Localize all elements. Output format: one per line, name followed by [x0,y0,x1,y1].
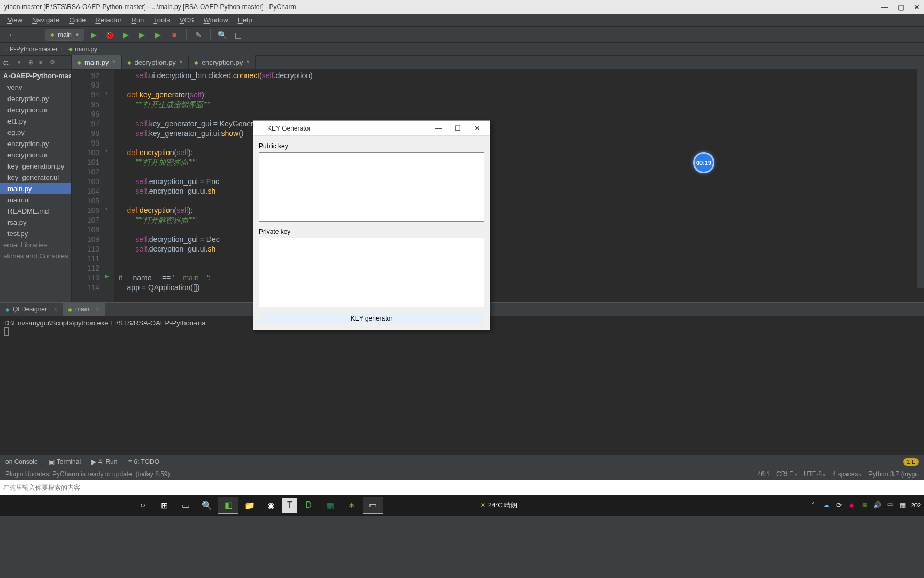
coverage-icon[interactable]: ▶ [120,28,133,41]
gear-icon[interactable]: ⚙ [50,59,57,66]
minimize-icon[interactable]: — [881,3,888,11]
menu-view[interactable]: View [3,15,27,25]
profile-icon[interactable]: ▶ [136,28,149,41]
structure-icon[interactable]: ▤ [232,28,245,41]
maximize-icon[interactable]: ☐ [448,124,467,132]
tray-up-icon[interactable]: ˄ [808,500,818,510]
tree-section[interactable]: atches and Consoles [0,250,71,262]
tool-6-todo[interactable]: ≡6: TODO [128,458,159,466]
status-python-3-7-mygu[interactable]: Python 3.7 (mygu [868,470,919,478]
tab-main-py[interactable]: ◆main.py× [72,55,122,69]
tree-item-key_generator-ui[interactable]: key_generator.ui [0,172,71,183]
tool-on-console[interactable]: on Console [5,458,38,466]
code-editor[interactable]: 92 93 94 95 96 97 98 99 100 101 102 103 … [72,70,924,302]
tree-item-ef1-py[interactable]: ef1.py [0,116,71,127]
event-log-badge[interactable]: 1 E [903,458,919,466]
close-tab-icon[interactable]: × [112,58,116,66]
os-search-bar[interactable] [0,480,924,495]
git-icon[interactable]: ✎ [192,28,205,41]
stop-icon[interactable]: ■ [168,28,181,41]
tree-item-key_generation-py[interactable]: key_generation.py [0,161,71,172]
breadcrumb-root[interactable]: EP-Python-master [5,45,58,53]
tree-item-README-md[interactable]: README.md [0,206,71,217]
right-scrollbar-gutter[interactable] [917,56,924,288]
wechat-icon[interactable]: ✶ [341,497,361,514]
timer-overlay[interactable]: 00:19 [693,152,714,173]
tray-cal-icon[interactable]: ▦ [898,500,908,510]
breadcrumb-file[interactable]: main.py [75,45,97,53]
cortana-icon[interactable]: ○ [133,497,153,514]
status-crlf[interactable]: CRLF [776,470,797,478]
tree-item-main-ui[interactable]: main.ui [0,194,71,206]
menu-navigate[interactable]: Navigate [28,15,64,25]
tab-encryption-py[interactable]: ◆encryption.py× [189,55,256,69]
tree-item-rsa-py[interactable]: rsa.py [0,217,71,228]
menu-run[interactable]: Run [127,15,149,25]
tree-item-test-py[interactable]: test.py [0,228,71,239]
tool-terminal[interactable]: ▣Terminal [49,458,81,466]
tray-chat-icon[interactable]: ✉ [860,500,869,510]
forward-icon[interactable]: → [21,28,34,41]
menu-window[interactable]: Window [199,15,232,25]
search-app-icon[interactable]: 🔍 [197,497,217,514]
private-key-field[interactable] [259,238,484,307]
console-output[interactable]: D:\Envs\mygui\Scripts\python.exe F:/STS/… [0,316,924,455]
tray-time[interactable]: 202 [911,502,921,508]
menu-refactor[interactable]: Refactor [91,15,126,25]
concurrency-icon[interactable]: ▶ [152,28,165,41]
run-gutter-icon[interactable]: ▶ [105,273,109,279]
generate-key-button[interactable]: KEY generator [259,313,484,324]
close-icon[interactable]: × [53,306,57,313]
keygen-window-icon[interactable]: ▭ [363,497,383,514]
back-icon[interactable]: ← [5,28,18,41]
dialog-titlebar[interactable]: KEY Generator — ☐ ✕ [253,121,490,136]
menu-vcs[interactable]: VCS [175,15,198,25]
run-config-selector[interactable]: ◆ main ▼ [45,29,84,41]
pycharm-icon[interactable]: ◧ [218,497,238,514]
collapse-icon[interactable]: — [60,59,68,66]
tree-section[interactable]: ernal Libraries [0,239,71,250]
menu-code[interactable]: Code [65,15,90,25]
chevron-down-icon[interactable]: ▾ [18,59,25,66]
tree-item-venv[interactable]: venv [0,82,71,93]
menu-help[interactable]: Help [234,15,257,25]
tree-root[interactable]: A-OAEP-Python-master [0,70,71,82]
tree-item-encryption-ui[interactable]: encryption.ui [0,149,71,161]
tray-volume-icon[interactable]: 🔊 [873,500,882,510]
search-icon[interactable]: 🔍 [216,28,229,41]
tray-cloud-icon[interactable]: ☁ [821,500,831,510]
run-icon[interactable]: ▶ [88,28,101,41]
close-icon[interactable]: × [96,306,99,313]
maximize-icon[interactable]: ▢ [898,3,904,11]
folder-icon[interactable]: 📁 [240,497,260,514]
filter-icon[interactable]: ≡ [39,59,47,66]
text-app-icon[interactable]: T [282,498,297,513]
tab-decryption-py[interactable]: ◆decryption.py× [122,55,189,69]
minimize-icon[interactable]: — [429,124,448,132]
project-tree[interactable]: A-OAEP-Python-mastervenvdecryption.pydec… [0,70,72,302]
tray-security-icon[interactable]: ◆ [847,500,857,510]
status-4-spaces[interactable]: 4 spaces [832,470,862,478]
debug-icon[interactable]: 🐞 [104,28,117,41]
app-d-icon[interactable]: D [298,497,319,514]
status-46-1[interactable]: 46:1 [758,470,770,478]
tree-item-encryption-py[interactable]: encryption.py [0,138,71,149]
tree-item-main-py[interactable]: main.py [0,183,71,194]
menu-tools[interactable]: Tools [149,15,174,25]
close-tab-icon[interactable]: × [179,58,183,66]
tray-ime-icon[interactable]: 中 [886,500,895,510]
tree-item-eg-py[interactable]: eg.py [0,127,71,138]
target-icon[interactable]: ⊕ [28,59,36,66]
run-tab-main[interactable]: ◆ main × [63,303,105,316]
taskview-icon[interactable]: ⊞ [154,497,174,514]
search-input[interactable] [3,484,921,491]
explorer-icon[interactable]: ▭ [175,497,196,514]
run-tab-qt-designer[interactable]: ◆ Qt Designer × [0,303,63,316]
code-content[interactable]: self.ui.decryption_btn.clicked.connect(s… [114,70,924,302]
status-utf-8[interactable]: UTF-8 [804,470,826,478]
close-icon[interactable]: ✕ [914,3,920,11]
public-key-field[interactable] [259,152,484,222]
weather-widget[interactable]: ☀24°C 晴朗 [480,501,517,510]
tree-item-decryption-py[interactable]: decryption.py [0,93,71,104]
close-icon[interactable]: ✕ [467,124,487,132]
